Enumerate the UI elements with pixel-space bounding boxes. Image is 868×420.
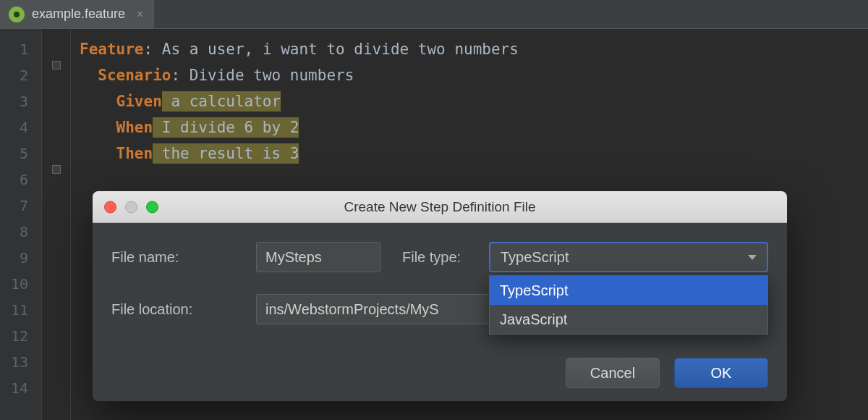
tab-example-feature[interactable]: example.feature × [0, 0, 154, 28]
line-number: 3 [0, 88, 41, 114]
line-number: 11 [0, 297, 41, 323]
code-line: Given a calculator [71, 88, 868, 114]
code-line: When I divide 6 by 2 [71, 114, 868, 140]
step-text: : Divide two numbers [171, 67, 354, 84]
gherkin-keyword: When [116, 119, 153, 136]
fold-marker-icon[interactable] [52, 165, 61, 174]
line-number: 8 [0, 219, 41, 245]
step-text: the result is 3 [153, 143, 299, 164]
file-type-option-javascript[interactable]: JavaScript [490, 305, 767, 334]
gherkin-keyword: Feature [80, 41, 144, 58]
file-type-select[interactable]: TypeScript TypeScript JavaScript [489, 242, 768, 272]
file-name-row: File name: MySteps File type: TypeScript… [111, 240, 768, 274]
file-name-input[interactable]: MySteps [256, 242, 380, 272]
line-number: 4 [0, 114, 41, 140]
window-minimize-icon[interactable] [125, 201, 137, 213]
cucumber-icon [9, 7, 25, 22]
line-number: 13 [0, 349, 41, 375]
dialog-body: File name: MySteps File type: TypeScript… [93, 223, 787, 326]
file-type-dropdown: TypeScript JavaScript [489, 275, 768, 335]
file-type-label: File type: [402, 249, 489, 266]
step-text: : As a user, i want to divide two number… [144, 41, 519, 58]
window-controls [104, 201, 158, 213]
line-number: 12 [0, 323, 41, 349]
dialog-footer: Cancel OK [566, 358, 768, 388]
fold-marker-icon[interactable] [52, 61, 61, 70]
cancel-button[interactable]: Cancel [566, 358, 660, 388]
line-number: 9 [0, 245, 41, 271]
line-number: 10 [0, 271, 41, 297]
create-step-definition-dialog: Create New Step Definition File File nam… [93, 191, 787, 401]
line-number: 7 [0, 193, 41, 219]
step-text: I divide 6 by 2 [153, 117, 299, 138]
code-line: Feature: As a user, i want to divide two… [71, 36, 868, 62]
line-number: 6 [0, 167, 41, 193]
cancel-button-label: Cancel [590, 365, 635, 382]
window-close-icon[interactable] [104, 201, 116, 213]
file-location-value: ins/WebstormProjects/MyS [265, 301, 439, 318]
window-zoom-icon[interactable] [146, 201, 158, 213]
close-icon[interactable]: × [137, 8, 143, 21]
fold-column [42, 29, 71, 420]
chevron-down-icon [748, 255, 757, 260]
file-type-selected: TypeScript [501, 249, 569, 266]
line-number: 5 [0, 140, 41, 167]
file-name-value: MySteps [265, 249, 322, 266]
line-number: 1 [0, 36, 41, 62]
dialog-title: Create New Step Definition File [93, 199, 787, 215]
tab-bar: example.feature × [0, 0, 868, 29]
step-text: a calculator [162, 91, 281, 112]
ok-button-label: OK [711, 365, 732, 382]
file-type-option-typescript[interactable]: TypeScript [490, 276, 767, 305]
dialog-titlebar: Create New Step Definition File [93, 191, 787, 223]
gherkin-keyword: Given [116, 93, 162, 110]
file-location-label: File location: [111, 301, 256, 318]
gherkin-keyword: Then [116, 145, 153, 162]
gherkin-keyword: Scenario [98, 67, 171, 84]
line-number: 14 [0, 375, 41, 401]
line-number-gutter: 1234567891011121314 [0, 29, 42, 420]
code-line: Then the result is 3 [71, 140, 868, 167]
tab-filename: example.feature [32, 7, 125, 22]
file-name-label: File name: [111, 249, 256, 266]
code-line: Scenario: Divide two numbers [71, 62, 868, 88]
line-number: 2 [0, 62, 41, 88]
ok-button[interactable]: OK [674, 358, 768, 388]
